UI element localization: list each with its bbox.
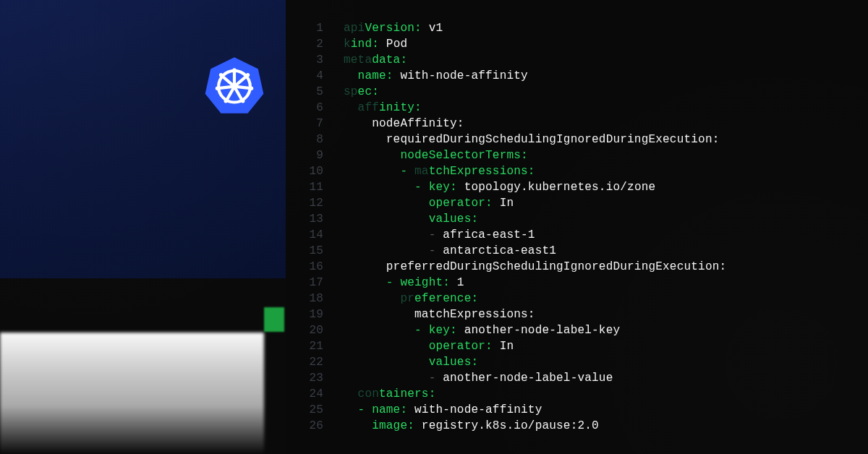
code-line: 21 operator: In bbox=[309, 338, 854, 354]
code-content: - matchExpressions: bbox=[344, 163, 535, 179]
line-number: 3 bbox=[309, 52, 344, 68]
code-editor: 1apiVersion: v12kind: Pod3metadata:4 nam… bbox=[286, 0, 868, 454]
line-number: 24 bbox=[309, 386, 344, 402]
line-number: 18 bbox=[309, 291, 344, 307]
line-number: 7 bbox=[309, 116, 344, 132]
line-number: 26 bbox=[309, 418, 344, 434]
code-line: 5spec: bbox=[309, 84, 854, 100]
line-number: 5 bbox=[309, 84, 344, 100]
line-number: 17 bbox=[309, 275, 344, 291]
code-content: matchExpressions: bbox=[344, 307, 535, 322]
code-content: spec: bbox=[344, 84, 379, 100]
code-line: 3metadata: bbox=[309, 52, 854, 68]
line-number: 12 bbox=[309, 195, 344, 211]
svg-point-16 bbox=[219, 73, 223, 77]
svg-point-15 bbox=[216, 87, 219, 90]
code-content: kind: Pod bbox=[344, 36, 407, 52]
code-content: operator: In bbox=[344, 195, 514, 211]
code-content: - name: with-node-affinity bbox=[344, 402, 542, 418]
svg-point-12 bbox=[250, 87, 253, 90]
line-number: 9 bbox=[309, 147, 344, 163]
code-line: 4 name: with-node-affinity bbox=[309, 68, 854, 84]
code-content: preference: bbox=[344, 291, 478, 307]
code-line: 23 - another-node-label-value bbox=[309, 370, 854, 386]
line-number: 22 bbox=[309, 354, 344, 370]
code-line: 20 - key: another-node-label-key bbox=[309, 322, 854, 338]
code-content: name: with-node-affinity bbox=[344, 68, 528, 84]
code-content: operator: In bbox=[344, 338, 514, 354]
decorative-light-band bbox=[0, 333, 264, 454]
line-number: 4 bbox=[309, 68, 344, 84]
decorative-green-sliver bbox=[264, 307, 284, 332]
svg-point-10 bbox=[232, 68, 236, 72]
line-number: 1 bbox=[309, 20, 344, 36]
code-content: metadata: bbox=[344, 52, 407, 68]
code-line: 6 affinity: bbox=[309, 100, 854, 116]
code-content: - another-node-label-value bbox=[344, 370, 613, 386]
code-content: image: registry.k8s.io/pause:2.0 bbox=[344, 418, 599, 434]
code-line: 25 - name: with-node-affinity bbox=[309, 402, 854, 418]
code-content: - africa-east-1 bbox=[344, 227, 535, 243]
svg-point-13 bbox=[241, 99, 244, 103]
code-line: 13 values: bbox=[309, 211, 854, 227]
code-content: - weight: 1 bbox=[344, 275, 464, 291]
line-number: 19 bbox=[309, 307, 344, 322]
code-line: 18 preference: bbox=[309, 291, 854, 307]
code-line: 10 - matchExpressions: bbox=[309, 163, 854, 179]
code-content: nodeSelectorTerms: bbox=[344, 147, 528, 163]
code-line: 2kind: Pod bbox=[309, 36, 854, 52]
code-line: 22 values: bbox=[309, 354, 854, 370]
line-number: 21 bbox=[309, 338, 344, 354]
line-number: 10 bbox=[309, 163, 344, 179]
line-number: 6 bbox=[309, 100, 344, 116]
code-content: values: bbox=[344, 211, 478, 227]
svg-point-11 bbox=[246, 73, 250, 77]
code-content: apiVersion: v1 bbox=[344, 20, 443, 36]
kubernetes-logo-icon bbox=[204, 55, 265, 116]
code-content: values: bbox=[344, 354, 478, 370]
line-number: 15 bbox=[309, 243, 344, 259]
code-line: 16 preferredDuringSchedulingIgnoredDurin… bbox=[309, 259, 854, 275]
code-content: affinity: bbox=[344, 100, 422, 116]
code-content: nodeAffinity: bbox=[344, 116, 464, 132]
code-line: 19 matchExpressions: bbox=[309, 307, 854, 322]
line-number: 20 bbox=[309, 322, 344, 338]
code-line: 8 requiredDuringSchedulingIgnoredDuringE… bbox=[309, 132, 854, 147]
code-content: preferredDuringSchedulingIgnoredDuringEx… bbox=[344, 259, 726, 275]
code-line: 7 nodeAffinity: bbox=[309, 116, 854, 132]
line-number: 16 bbox=[309, 259, 344, 275]
line-number: 14 bbox=[309, 227, 344, 243]
line-number: 11 bbox=[309, 179, 344, 195]
code-content: - key: another-node-label-key bbox=[344, 322, 620, 338]
code-line: 12 operator: In bbox=[309, 195, 854, 211]
line-number: 2 bbox=[309, 36, 344, 52]
code-line: 24 containers: bbox=[309, 386, 854, 402]
line-number: 23 bbox=[309, 370, 344, 386]
code-line: 14 - africa-east-1 bbox=[309, 227, 854, 243]
code-line: 17 - weight: 1 bbox=[309, 275, 854, 291]
code-content: - key: topology.kubernetes.io/zone bbox=[344, 179, 655, 195]
code-line: 11 - key: topology.kubernetes.io/zone bbox=[309, 179, 854, 195]
code-line: 9 nodeSelectorTerms: bbox=[309, 147, 854, 163]
code-content: - antarctica-east1 bbox=[344, 243, 556, 259]
line-number: 25 bbox=[309, 402, 344, 418]
code-content: requiredDuringSchedulingIgnoredDuringExe… bbox=[344, 132, 719, 147]
svg-point-14 bbox=[224, 99, 228, 103]
line-number: 13 bbox=[309, 211, 344, 227]
code-lines: 1apiVersion: v12kind: Pod3metadata:4 nam… bbox=[309, 20, 854, 434]
code-line: 26 image: registry.k8s.io/pause:2.0 bbox=[309, 418, 854, 434]
svg-line-8 bbox=[218, 87, 234, 89]
code-content: containers: bbox=[344, 386, 435, 402]
decorative-navy-card bbox=[0, 0, 300, 278]
code-line: 15 - antarctica-east1 bbox=[309, 243, 854, 259]
code-line: 1apiVersion: v1 bbox=[309, 20, 854, 36]
line-number: 8 bbox=[309, 132, 344, 147]
